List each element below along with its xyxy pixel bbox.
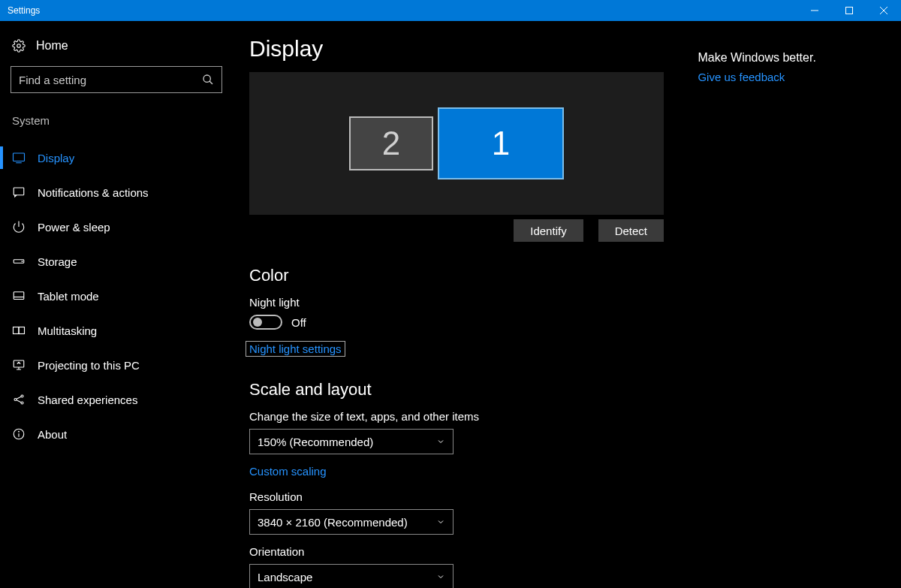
svg-point-12 [22, 261, 23, 262]
sidebar-item-power[interactable]: Power & sleep [11, 210, 222, 244]
close-button[interactable] [866, 0, 901, 21]
main-content: Display 2 1 Identify Detect Color Night … [233, 21, 901, 588]
orientation-dropdown[interactable]: Landscape [249, 564, 454, 588]
svg-rect-7 [14, 153, 25, 161]
projecting-icon [12, 358, 26, 372]
svg-rect-17 [14, 360, 24, 367]
svg-rect-16 [19, 327, 25, 334]
resolution-label: Resolution [249, 490, 698, 503]
sidebar-item-label: Power & sleep [38, 221, 110, 234]
svg-line-22 [17, 400, 21, 403]
color-heading: Color [249, 266, 698, 285]
sidebar-category: System [11, 114, 222, 127]
svg-point-19 [21, 395, 23, 397]
svg-point-5 [203, 75, 210, 82]
aside-title: Make Windows better. [698, 51, 886, 65]
display-icon [12, 151, 26, 164]
sidebar-item-multitasking[interactable]: Multitasking [11, 313, 222, 348]
monitor-1[interactable]: 1 [438, 107, 564, 179]
scale-heading: Scale and layout [249, 380, 698, 400]
detect-button[interactable]: Detect [598, 219, 664, 242]
custom-scaling-link[interactable]: Custom scaling [249, 465, 327, 478]
feedback-link[interactable]: Give us feedback [698, 71, 785, 83]
identify-button[interactable]: Identify [514, 219, 583, 242]
storage-icon [12, 255, 26, 268]
sidebar: Home System Display Notifications & acti… [0, 21, 233, 588]
search-input[interactable] [19, 74, 202, 86]
sidebar-item-label: Display [38, 152, 74, 164]
resolution-value: 3840 × 2160 (Recommended) [258, 516, 408, 529]
page-title: Display [249, 36, 698, 62]
svg-point-25 [19, 431, 20, 432]
multitasking-icon [12, 324, 26, 337]
sidebar-item-label: About [38, 428, 67, 441]
orientation-label: Orientation [249, 545, 698, 558]
night-light-settings-link[interactable]: Night light settings [246, 342, 345, 356]
about-icon [12, 427, 26, 441]
monitor-arrangement[interactable]: 2 1 [249, 72, 664, 215]
resolution-dropdown[interactable]: 3840 × 2160 (Recommended) [249, 509, 454, 535]
home-label: Home [36, 39, 68, 53]
tablet-icon [12, 289, 26, 303]
sidebar-item-shared[interactable]: Shared experiences [11, 382, 222, 417]
sidebar-item-notifications[interactable]: Notifications & actions [11, 175, 222, 210]
titlebar: Settings [0, 0, 901, 21]
svg-line-6 [209, 81, 212, 84]
chevron-down-icon [436, 517, 445, 526]
scale-label: Change the size of text, apps, and other… [249, 410, 698, 423]
night-light-state: Off [291, 316, 306, 329]
svg-rect-9 [14, 188, 24, 195]
orientation-value: Landscape [258, 571, 312, 583]
chevron-down-icon [436, 437, 445, 446]
night-light-label: Night light [249, 296, 698, 309]
maximize-button[interactable] [832, 0, 866, 21]
svg-point-18 [14, 399, 17, 401]
sidebar-item-projecting[interactable]: Projecting to this PC [11, 348, 222, 382]
chevron-down-icon [436, 572, 445, 581]
sidebar-item-label: Multitasking [38, 324, 97, 337]
search-box[interactable] [11, 66, 222, 93]
sidebar-item-storage[interactable]: Storage [11, 244, 222, 279]
sidebar-item-tablet[interactable]: Tablet mode [11, 279, 222, 313]
night-light-toggle[interactable] [249, 315, 282, 330]
svg-rect-1 [846, 8, 853, 14]
svg-rect-13 [14, 292, 24, 300]
minimize-button[interactable] [797, 0, 832, 21]
aside-panel: Make Windows better. Give us feedback [698, 36, 886, 588]
scale-value: 150% (Recommended) [258, 436, 373, 448]
monitor-2[interactable]: 2 [349, 116, 433, 170]
power-icon [12, 220, 26, 234]
sidebar-item-label: Projecting to this PC [38, 359, 140, 372]
shared-icon [12, 393, 26, 406]
svg-point-20 [21, 402, 23, 404]
sidebar-item-about[interactable]: About [11, 417, 222, 451]
window-title: Settings [8, 5, 40, 16]
svg-point-4 [17, 44, 21, 48]
search-icon [202, 74, 214, 86]
sidebar-item-label: Storage [38, 255, 77, 268]
sidebar-item-display[interactable]: Display [11, 140, 222, 175]
scale-dropdown[interactable]: 150% (Recommended) [249, 429, 454, 454]
svg-rect-15 [14, 327, 20, 334]
sidebar-item-label: Tablet mode [38, 290, 99, 303]
gear-icon [12, 39, 26, 53]
home-button[interactable]: Home [11, 39, 222, 53]
svg-line-21 [17, 397, 21, 399]
sidebar-item-label: Notifications & actions [38, 186, 149, 199]
notifications-icon [12, 185, 26, 199]
sidebar-item-label: Shared experiences [38, 394, 137, 406]
